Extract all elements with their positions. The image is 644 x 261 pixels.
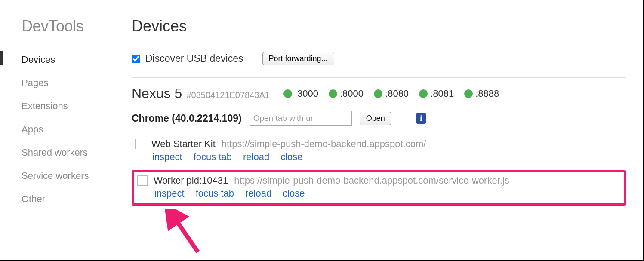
sidebar-item-extensions[interactable]: Extensions [22,95,116,118]
port-indicator: :8000 [329,88,364,99]
inspect-link[interactable]: inspect [152,151,182,163]
reload-link[interactable]: reload [245,188,271,199]
discover-usb-checkbox[interactable] [132,55,140,63]
close-link[interactable]: close [283,188,305,199]
sidebar-item-devices[interactable]: Devices [22,48,116,71]
focus-tab-link[interactable]: focus tab [194,151,232,163]
toolbar: Discover USB devices Port forwarding... [132,52,626,65]
status-dot-icon [374,89,382,98]
divider [132,44,626,44]
target-checkbox[interactable] [137,175,148,186]
port-label: :8888 [475,88,499,99]
port-indicator: :3000 [283,88,318,99]
port-indicator: :8080 [374,88,409,99]
main-content: Devices Discover USB devices Port forwar… [116,0,643,260]
browser-label: Chrome (40.0.2214.109) [132,113,242,124]
target-title: Web Starter Kit [151,138,216,150]
target-checkbox[interactable] [135,139,145,149]
device-name: Nexus 5 [132,86,182,101]
status-dot-icon [464,89,473,98]
info-icon[interactable]: i [416,113,426,124]
target-row: Web Starter Kit https://simple-push-demo… [132,136,626,167]
port-label: :8080 [385,88,409,99]
sidebar-item-service-workers[interactable]: Service workers [22,164,116,187]
port-indicator: :8081 [419,88,454,99]
divider [132,77,626,78]
page-title: Devices [132,17,626,35]
target-url: https://simple-push-demo-backend.appspot… [222,138,426,150]
sidebar-item-shared-workers[interactable]: Shared workers [22,141,116,164]
device-serial: #03504121E07843A1 [186,90,270,100]
open-tab-url-input[interactable] [250,111,352,126]
sidebar-item-apps[interactable]: Apps [22,118,116,141]
port-indicator: :8888 [464,88,499,99]
close-link[interactable]: close [280,151,302,163]
inspect-link[interactable]: inspect [154,188,185,199]
target-row-highlighted: Worker pid:10431 https://simple-push-dem… [132,170,626,206]
open-button[interactable]: Open [360,112,391,125]
target-url: https://simple-push-demo-backend.appspot… [234,175,509,186]
browser-row: Chrome (40.0.2214.109) Open i [132,111,626,126]
focus-tab-link[interactable]: focus tab [196,188,234,199]
status-dot-icon [419,89,428,98]
app-title: DevTools [22,17,116,35]
reload-link[interactable]: reload [243,151,269,163]
sidebar: DevTools Devices Pages Extensions Apps S… [0,0,116,260]
device-header: Nexus 5 #03504121E07843A1 :3000 :8000 :8… [132,86,626,101]
status-dot-icon [329,89,337,98]
sidebar-item-pages[interactable]: Pages [22,71,116,95]
target-title: Worker pid:10431 [154,175,228,186]
port-label: :8081 [430,88,454,99]
discover-usb-label: Discover USB devices [145,53,243,64]
status-dot-icon [283,89,292,98]
port-label: :3000 [295,88,318,99]
port-label: :8000 [340,88,364,99]
port-forwarding-button[interactable]: Port forwarding... [262,52,334,65]
sidebar-item-other[interactable]: Other [22,187,116,211]
